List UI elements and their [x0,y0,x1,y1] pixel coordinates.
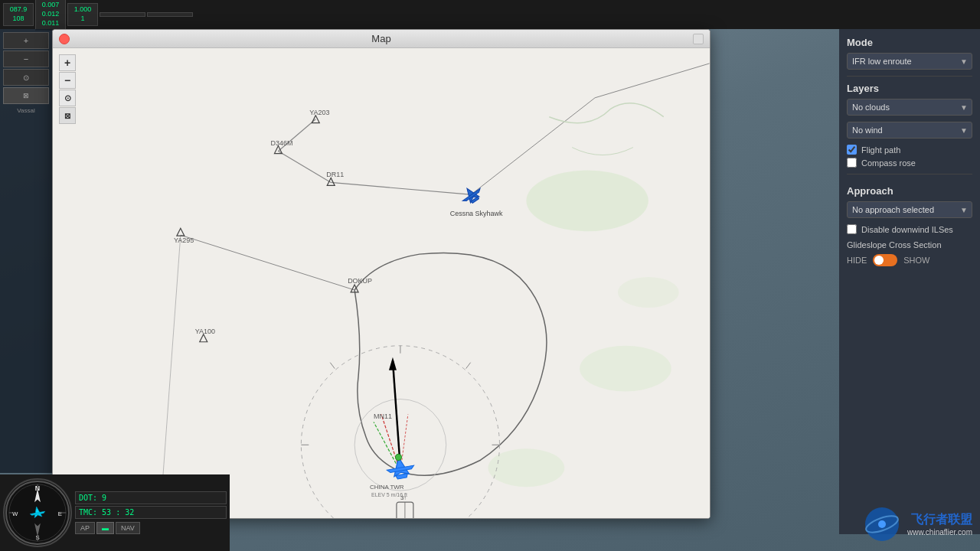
sidebar-zoom-in[interactable]: + [3,32,49,49]
left-sidebar: + − ⊙ ⊠ Vassal [0,29,52,473]
layers-section-title: Layers [847,83,972,94]
disable-ils-label: Disable downwind ILSes [861,225,953,234]
zoom-center-button[interactable]: ⊙ [59,90,76,106]
map-content[interactable]: YA203 D346M DR11 YA295 DOKUP YA100 MN11 [53,48,710,518]
watermark-logo-icon [863,505,901,543]
zoom-out-button[interactable]: − [59,72,76,89]
svg-text:D346M: D346M [270,139,292,147]
mode-select-wrapper: IFR low enroute VFR IFR high enroute ▼ [847,53,972,70]
zoom-lock-button[interactable]: ⊠ [59,107,76,124]
map-zoom-controls: + − ⊙ ⊠ [59,54,76,124]
instrument-data: DOT: 9 TMC: 53 : 32 AP ▬ NAV [75,488,227,537]
instrument-segment-1: 087.9108 [3,3,34,25]
svg-point-71 [878,520,886,528]
compass-rose-label: Compass rose [861,158,916,168]
mode-section-title: Mode [847,37,972,48]
divider-2 [847,174,972,174]
flight-path-label: Flight path [861,145,900,155]
svg-text:YA203: YA203 [309,109,329,116]
clouds-select[interactable]: No clouds Few clouds Scattered Broken Ov… [847,99,972,116]
throttle-indicator[interactable]: ▬ [96,522,114,534]
svg-point-1 [526,170,648,231]
toggle-knob [874,256,884,265]
instrument-segment-2: 0.0070.0120.011 [35,0,66,31]
hide-label: HIDE [847,256,867,265]
svg-text:DOKUP: DOKUP [348,277,372,285]
svg-text:YA100: YA100 [195,328,215,335]
watermark-site: www.chinaflier.com [907,528,972,536]
watermark: 飞行者联盟 www.chinaflier.com [863,505,972,543]
top-instrument-bar: 087.9108 0.0070.0120.011 1.0001 [0,0,980,29]
right-panel: Mode IFR low enroute VFR IFR high enrout… [839,29,980,534]
map-window: Map [52,29,710,519]
compass-rose-row: Compass rose [847,158,972,168]
flight-path-checkbox[interactable] [847,145,857,155]
sidebar-zoom-out[interactable]: − [3,51,49,67]
svg-text:E: E [58,510,62,517]
svg-rect-0 [53,48,709,518]
svg-text:3↑: 3↑ [400,494,407,501]
autopilot-button[interactable]: AP [75,522,95,534]
svg-point-4 [618,277,679,308]
sidebar-lock[interactable]: ⊠ [3,87,49,104]
disable-ils-row: Disable downwind ILSes [847,224,972,234]
nav-button[interactable]: NAV [116,522,140,534]
svg-point-2 [580,346,671,392]
svg-text:MN11: MN11 [374,412,392,420]
sidebar-label: Vassal [3,107,49,114]
wind-select-wrapper: No wind Light wind Moderate wind ▼ [847,122,972,139]
mode-select[interactable]: IFR low enroute VFR IFR high enroute [847,53,972,70]
sidebar-compass[interactable]: ⊙ [3,69,49,86]
map-svg: YA203 D346M DR11 YA295 DOKUP YA100 MN11 [53,48,710,518]
svg-text:YA295: YA295 [174,236,194,244]
approach-select[interactable]: No approach selected [847,201,972,218]
instrument-segment-4 [100,12,145,17]
clouds-select-wrapper: No clouds Few clouds Scattered Broken Ov… [847,99,972,116]
glideslope-toggle[interactable] [873,254,897,266]
zoom-in-button[interactable]: + [59,54,76,71]
watermark-text: 飞行者联盟 [907,512,972,528]
svg-text:DR11: DR11 [326,171,344,178]
close-button[interactable] [59,34,70,44]
glideslope-label: Glideslope Cross Section [847,240,972,249]
compass-rose-checkbox[interactable] [847,158,857,168]
glideslope-toggle-row: HIDE SHOW [847,254,972,266]
instrument-segment-5 [147,12,193,17]
approach-select-wrapper: No approach selected ▼ [847,201,972,218]
compass-instrument: N E S W [3,478,72,547]
map-titlebar: Map [53,30,710,48]
status-time: TMC: 53 : 32 [75,506,227,519]
map-title: Map [371,33,390,44]
disable-ils-checkbox[interactable] [847,224,857,234]
approach-section-title: Approach [847,185,972,197]
status-dot: DOT: 9 [75,491,227,504]
svg-text:W: W [12,510,18,517]
svg-point-3 [488,448,565,487]
expand-button[interactable] [693,34,704,44]
instrument-segment-3: 1.0001 [67,3,98,25]
divider-1 [847,76,972,77]
svg-text:Cessna Skyhawk: Cessna Skyhawk [450,210,503,217]
svg-text:CHINA TWR: CHINA TWR [370,484,404,491]
bottom-instruments: N E S W DOT: 9 TMC: 53 : 32 AP [0,474,230,551]
show-label: SHOW [903,256,929,265]
flight-path-row: Flight path [847,145,972,155]
wind-select[interactable]: No wind Light wind Moderate wind [847,122,972,139]
